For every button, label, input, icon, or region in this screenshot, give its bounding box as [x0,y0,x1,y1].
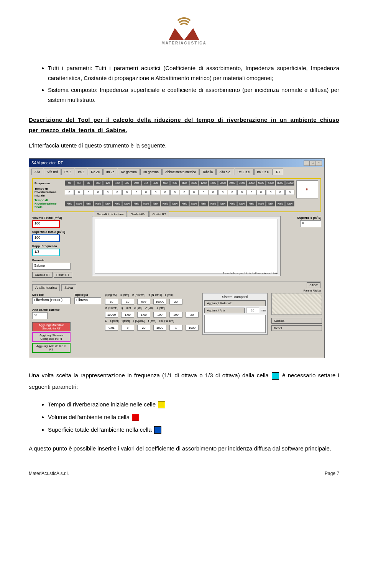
freq-cell[interactable]: NaN [151,201,160,206]
freq-cell[interactable]: 125 [103,180,112,186]
superficie-input[interactable]: 0 [300,220,321,227]
freq-cell[interactable]: 0 [141,190,151,195]
freq-cell[interactable]: 1600 [209,180,218,186]
freq-cell[interactable]: NaN [74,201,84,206]
freq-cell[interactable]: 50 [65,180,74,186]
freq-cell[interactable]: 0 [256,190,266,195]
add-composite-system-button[interactable]: Aggiungi Sistema Composto in RT [32,332,71,342]
stop-button[interactable]: STOP [307,282,320,288]
freq-cell[interactable]: NaN [237,201,246,206]
freq-cell[interactable]: NaN [228,201,237,206]
freq-cell[interactable]: 63 [74,180,84,186]
freq-cell[interactable]: 0 [228,190,237,195]
param-input[interactable]: 10 [105,299,118,305]
reset-button[interactable]: Reset [271,325,322,331]
freq-cell[interactable]: NaN [285,201,294,206]
freq-cell[interactable]: NaN [94,201,103,206]
freq-cell[interactable]: NaN [161,201,170,206]
calcola-rt-button[interactable]: Calcola RT [32,272,53,278]
aggiungi-materiale-button[interactable]: Aggiungi Materiale [204,300,266,306]
freq-cell[interactable]: NaN [209,201,218,206]
freq-cell[interactable]: 0 [94,190,103,195]
tipologia-select[interactable]: Fibroso [74,297,101,304]
param-input[interactable]: 100 [169,312,182,318]
freq-cell[interactable]: NaN [103,201,112,206]
salva-tab[interactable]: Salva [61,284,76,291]
freq-cell[interactable]: 200 [122,180,131,186]
freq-cell[interactable]: 8000 [276,180,285,186]
freq-cell[interactable]: 0 [218,190,227,195]
freq-cell[interactable]: NaN [65,201,74,206]
freq-cell[interactable]: 2000 [218,180,227,186]
param-input[interactable]: 1000 [153,325,166,331]
freq-cell[interactable]: NaN [141,201,151,206]
freq-cell[interactable]: 160 [113,180,122,186]
freq-cell[interactable]: NaN [276,201,285,206]
freq-cell[interactable]: NaN [199,201,208,206]
freq-cell[interactable]: 0 [276,190,285,195]
freq-cell[interactable]: 0 [103,190,112,195]
param-input[interactable]: 0.01 [105,325,118,331]
freq-cell[interactable]: 0 [170,190,179,195]
param-input[interactable]: 1.00 [137,312,150,318]
freq-cell[interactable]: 2500 [228,180,237,186]
freq-cell[interactable]: 0 [132,190,141,195]
freq-cell[interactable]: 4000 [247,180,256,186]
volume-input[interactable]: 100 [32,220,60,228]
freq-cell[interactable]: NaN [256,201,266,206]
sistemi-list[interactable] [204,315,266,333]
param-input[interactable]: 1.00 [121,312,134,318]
freq-cell[interactable]: 1000 [189,180,199,186]
freq-cell[interactable]: 80 [84,180,93,186]
param-input[interactable]: 20 [186,312,199,318]
param-input[interactable]: 5 [121,325,134,331]
graph-tab[interactable]: Grafici RT [150,211,169,217]
freq-cell[interactable]: NaN [170,201,179,206]
param-input[interactable]: 20 [169,299,182,305]
param-input[interactable]: 100 [153,312,166,318]
reset-rt-button[interactable]: Reset RT [54,272,72,278]
param-input[interactable]: 20 [137,325,150,331]
param-input[interactable]: 1000 [186,325,199,331]
freq-cell[interactable]: NaN [122,201,131,206]
rapp-freq-select[interactable]: 1/3 [32,249,60,256]
freq-cell[interactable]: 0 [209,190,218,195]
freq-cell[interactable]: 0 [122,190,131,195]
freq-cell[interactable]: 0 [199,190,208,195]
modello-select[interactable]: Fiberform (ENDIF) [32,297,71,304]
freq-cell[interactable]: 0 [180,190,189,195]
graph-tab[interactable]: Grafici Alfa [128,211,149,217]
freq-cell[interactable]: 500 [161,180,170,186]
freq-cell[interactable]: 0 [84,190,93,195]
add-alfa-file-button[interactable]: Aggiungi Alfa da file in RT [32,343,71,353]
freq-cell[interactable]: NaN [132,201,141,206]
freq-cell[interactable]: NaN [84,201,93,206]
freq-cell[interactable]: 6300 [266,180,275,186]
calcola-button[interactable]: Calcola [271,318,322,324]
freq-cell[interactable]: 100 [94,180,103,186]
freq-cell[interactable]: 630 [170,180,179,186]
freq-cell[interactable]: 0 [161,190,170,195]
aria-input[interactable]: 20 [246,308,259,313]
formula-select[interactable]: Sabine [32,263,71,270]
freq-cell[interactable]: 0 [113,190,122,195]
freq-cell[interactable]: 3150 [237,180,246,186]
analisi-tab[interactable]: Analisi teorica [32,284,60,291]
freq-cell[interactable]: 400 [151,180,160,186]
freq-cell[interactable]: 10000 [285,180,294,186]
freq-cell[interactable]: 315 [141,180,151,186]
freq-cell[interactable]: 0 [189,190,199,195]
freq-cell[interactable]: 0 [151,190,160,195]
aggiungi-aria-button[interactable]: Aggiungi Aria [204,308,245,313]
freq-cell[interactable]: 0 [237,190,246,195]
param-input[interactable]: 659 [137,299,150,305]
freq-cell[interactable]: 0 [74,190,84,195]
freq-cell[interactable]: NaN [113,201,122,206]
main-tabs[interactable]: Alfa Alfa rnd Re Z Im Z Re Zc Im Zc Re g… [29,167,324,175]
param-input[interactable]: 1 [169,325,182,331]
add-single-material-button[interactable]: Aggiungi Materiale Singolo in RT [32,322,71,331]
freq-cell[interactable]: 800 [180,180,189,186]
freq-cell[interactable]: NaN [218,201,227,206]
param-input[interactable]: 10000 [105,312,118,318]
freq-cell[interactable]: 1250 [199,180,208,186]
